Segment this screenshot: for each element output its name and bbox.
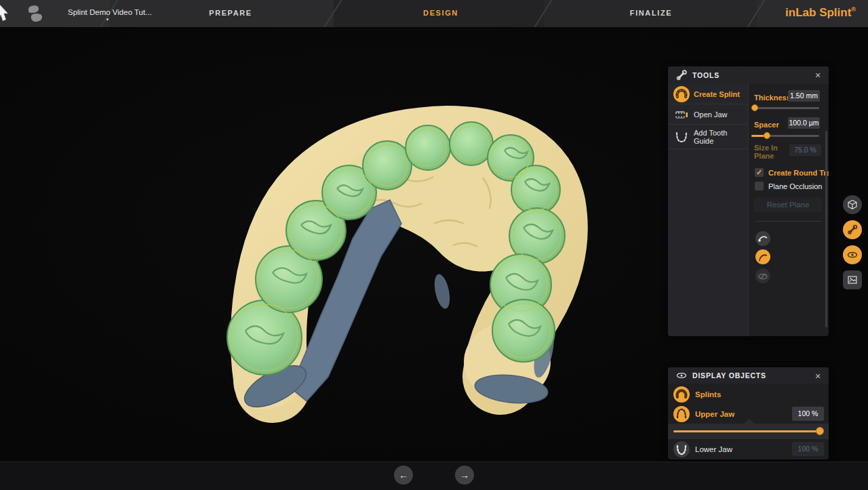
- mouse-cursor: [0, 3, 11, 26]
- tools-panel-header[interactable]: TOOLS ✕: [668, 66, 829, 84]
- lower-jaw-label: Lower Jaw: [695, 445, 732, 453]
- eye-icon: [846, 249, 859, 261]
- splints-label: Splints: [695, 390, 721, 399]
- size-in-plane-label: Size In Plane: [754, 144, 789, 160]
- splint-mesh: [227, 122, 565, 375]
- spacer-slider-knob[interactable]: [764, 132, 770, 139]
- plane-occlusion-label: Plane Occlusion: [768, 182, 823, 190]
- display-objects-close-button[interactable]: ✕: [812, 371, 823, 382]
- step-back-button[interactable]: ←: [394, 466, 413, 485]
- wrench-icon: [676, 70, 687, 81]
- view-options-button[interactable]: [843, 195, 862, 214]
- lower-jaw-icon: [673, 441, 690, 457]
- create-round-checkbox[interactable]: ✓: [755, 168, 764, 177]
- upper-jaw-opacity-knob[interactable]: [816, 427, 824, 435]
- app-logo-mark: ®: [851, 6, 856, 13]
- step-forward-button[interactable]: →: [455, 466, 474, 485]
- display-item-lower-jaw[interactable]: Lower Jaw 100 %: [668, 440, 829, 459]
- tools-panel: TOOLS ✕ Create Splint: [668, 66, 829, 336]
- spacer-label: Spacer: [754, 121, 779, 129]
- app-window: Splint Demo Video Tut... PREPARE DESIGN …: [0, 0, 868, 490]
- app-logo: inLab Splint®: [785, 6, 856, 20]
- bottom-bar: [0, 462, 868, 490]
- tool-create-splint[interactable]: Create Splint: [668, 84, 749, 104]
- phase-tab-finalize[interactable]: FINALIZE: [610, 9, 692, 17]
- phase-tab-design[interactable]: DESIGN: [400, 9, 481, 17]
- snapshot-button[interactable]: [843, 270, 862, 289]
- drag-line-icon[interactable]: [755, 231, 770, 246]
- app-logo-text: inLab Splint: [785, 6, 851, 19]
- tool-open-jaw[interactable]: Open Jaw: [668, 104, 749, 125]
- tools-panel-title: TOOLS: [692, 71, 719, 79]
- thickness-slider-knob[interactable]: [751, 104, 758, 111]
- tool-list: Create Splint Open Jaw: [668, 84, 749, 336]
- spacer-value[interactable]: 100.0 µm: [788, 117, 820, 129]
- create-round-label: Create Round Tra: [768, 169, 829, 177]
- eye-icon: [676, 370, 687, 381]
- reset-plane-button[interactable]: Reset Plane: [754, 198, 822, 212]
- thickness-value[interactable]: 1.50 mm: [788, 90, 820, 102]
- edit-line-icon[interactable]: [755, 249, 770, 264]
- status-dot: [106, 18, 108, 20]
- display-item-splints[interactable]: Splints: [668, 385, 829, 404]
- display-objects-title: DISPLAY OBJECTS: [692, 371, 766, 380]
- tool-label: Create Splint: [694, 90, 740, 98]
- upper-jaw-icon: [673, 406, 690, 422]
- wrench-icon: [847, 224, 858, 235]
- project-title[interactable]: Splint Demo Video Tut...: [68, 8, 152, 16]
- plane-occlusion-checkbox[interactable]: [755, 182, 764, 190]
- upper-jaw-opacity-slider-row: [668, 424, 829, 439]
- edit-occlusal-plane-icon: [755, 268, 770, 283]
- size-in-plane-value: 75.0 %: [789, 144, 821, 156]
- lower-jaw-opacity-value: 100 %: [792, 442, 824, 456]
- splints-icon: [673, 386, 690, 403]
- upper-jaw-label: Upper Jaw: [695, 410, 734, 418]
- cube-icon: [847, 199, 858, 210]
- tool-label: Add Tooth Guide: [694, 129, 743, 145]
- phase-tab-prepare[interactable]: PREPARE: [190, 9, 271, 17]
- tool-add-tooth-guide[interactable]: Add Tooth Guide: [668, 125, 749, 149]
- model-viewport[interactable]: TOOLS ✕ Create Splint: [0, 27, 868, 462]
- thickness-label: Thickness: [754, 94, 791, 102]
- tool-label: Open Jaw: [694, 110, 728, 119]
- tools-close-button[interactable]: ✕: [812, 70, 823, 81]
- top-phase-bar: Splint Demo Video Tut... PREPARE DESIGN …: [0, 0, 868, 27]
- display-objects-panel: DISPLAY OBJECTS ✕ Splints Upper Jaw 100 …: [668, 367, 829, 460]
- display-objects-header[interactable]: DISPLAY OBJECTS ✕: [668, 367, 829, 384]
- open-jaw-icon: [673, 106, 690, 123]
- panel-scrollbar[interactable]: [825, 131, 827, 327]
- thickness-slider[interactable]: [751, 107, 819, 109]
- slider-notch: [744, 419, 755, 424]
- upper-jaw-opacity-value[interactable]: 100 %: [792, 407, 824, 421]
- add-tooth-guide-icon: [673, 129, 690, 145]
- image-icon: [847, 274, 858, 285]
- tools-toggle-button[interactable]: [843, 220, 862, 239]
- upper-jaw-opacity-slider[interactable]: [673, 430, 823, 432]
- display-objects-toggle-button[interactable]: [843, 245, 862, 264]
- sirona-logo-icon: [26, 5, 49, 23]
- create-splint-icon: [673, 86, 690, 102]
